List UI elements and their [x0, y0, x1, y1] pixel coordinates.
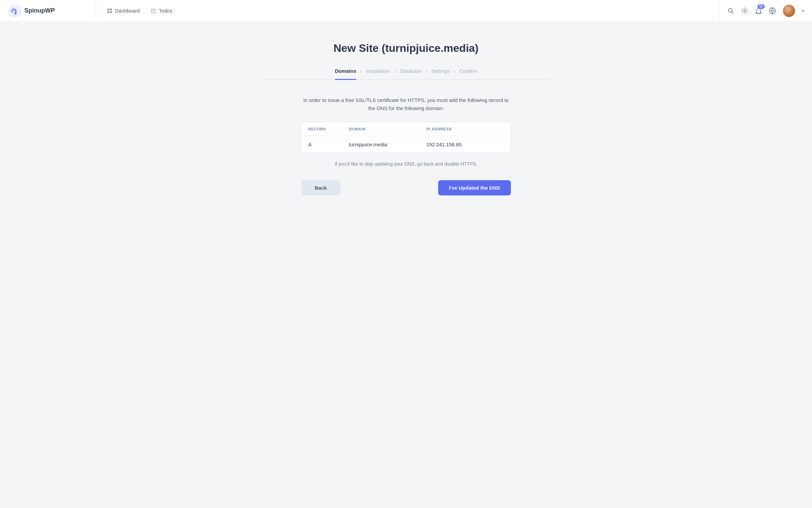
steps-nav: Domains › Installation › Database › Sett…	[262, 68, 550, 80]
navbar: SpinupWP Dashboard Todos	[0, 0, 812, 22]
search-button[interactable]	[727, 7, 734, 14]
step-sep-1: ›	[356, 68, 366, 79]
user-menu-chevron[interactable]: ▾	[802, 8, 804, 13]
svg-point-7	[744, 10, 746, 12]
dns-col-record: RECORD	[308, 127, 349, 131]
step-database[interactable]: Database	[400, 68, 422, 79]
actions: Back I've Updated the DNS	[301, 180, 511, 195]
globe-icon	[769, 7, 776, 15]
user-avatar[interactable]	[783, 5, 795, 17]
dns-col-domain: DOMAIN	[349, 127, 426, 131]
dns-col-ip: IP ADDRESS	[426, 127, 504, 131]
svg-rect-4	[110, 11, 112, 13]
main-content: New Site (turnipjuice.media) Domains › I…	[254, 22, 558, 216]
step-installation-label: Installation	[366, 68, 390, 74]
notifications-button[interactable]: 50	[755, 7, 762, 15]
page-title: New Site (turnipjuice.media)	[262, 42, 550, 55]
step-domains[interactable]: Domains	[335, 68, 356, 79]
step-settings[interactable]: Settings	[431, 68, 450, 79]
step-sep-3: ›	[422, 68, 431, 79]
notification-count: 50	[758, 4, 765, 9]
navbar-nav: Dashboard Todos	[96, 6, 719, 15]
search-icon	[727, 7, 734, 14]
ssl-description: In order to issue a free SSL/TLS certifi…	[301, 96, 511, 112]
dns-record-type: A	[308, 142, 349, 147]
skip-dns-text: If you'd like to skip updating your DNS,…	[301, 161, 511, 167]
back-button[interactable]: Back	[301, 180, 340, 195]
step-sep-4: ›	[450, 68, 459, 79]
logo-icon	[8, 4, 22, 18]
dns-table-header: RECORD DOMAIN IP ADDRESS	[301, 122, 511, 136]
gear-icon	[741, 7, 748, 15]
updated-dns-button[interactable]: I've Updated the DNS	[438, 180, 511, 195]
table-row: A turnipjuice.media 192.241.158.60	[301, 136, 511, 153]
navbar-brand: SpinupWP	[8, 0, 96, 21]
nav-dashboard[interactable]: Dashboard	[107, 6, 140, 15]
step-confirm-label: Confirm	[459, 68, 477, 74]
svg-rect-1	[107, 8, 109, 10]
dns-table: RECORD DOMAIN IP ADDRESS A turnipjuice.m…	[301, 122, 511, 153]
content-section: In order to issue a free SSL/TLS certifi…	[301, 96, 511, 195]
dashboard-icon	[107, 8, 112, 14]
brand-name: SpinupWP	[24, 7, 55, 14]
step-sep-2: ›	[390, 68, 400, 79]
help-button[interactable]	[769, 7, 776, 15]
svg-rect-2	[110, 8, 112, 10]
step-settings-label: Settings	[431, 68, 450, 74]
step-installation[interactable]: Installation	[366, 68, 390, 79]
nav-todos[interactable]: Todos	[151, 6, 172, 15]
step-confirm[interactable]: Confirm	[459, 68, 477, 79]
settings-button[interactable]	[741, 7, 748, 15]
todos-icon	[151, 8, 156, 14]
navbar-right: 50 ▾	[719, 0, 804, 21]
svg-rect-3	[107, 11, 109, 13]
dns-ip-value: 192.241.158.60	[426, 142, 504, 147]
step-database-label: Database	[400, 68, 422, 74]
dns-domain-value: turnipjuice.media	[349, 142, 426, 147]
step-domains-label: Domains	[335, 68, 356, 74]
avatar-image	[783, 5, 795, 17]
